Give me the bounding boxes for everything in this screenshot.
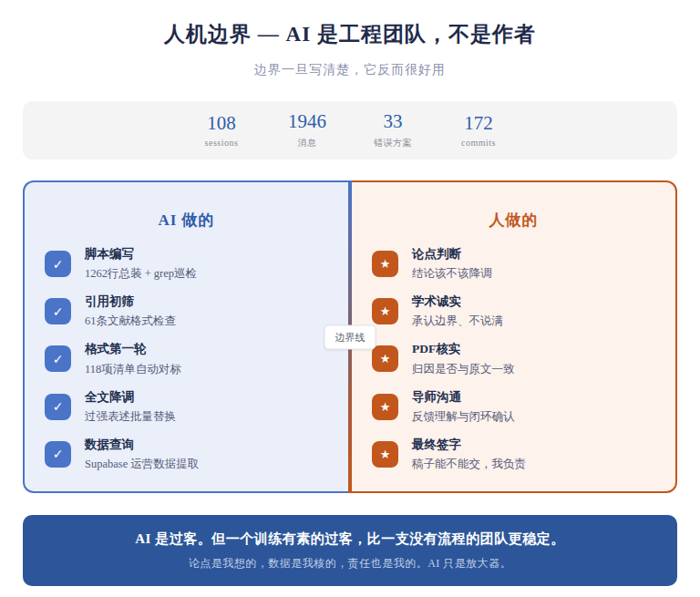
check-icon: ✓ <box>45 441 71 468</box>
item-desc: 反馈理解与闭环确认 <box>412 410 515 424</box>
stat-label: commits <box>455 138 502 148</box>
item-title: 最终签字 <box>412 437 526 452</box>
list-item: ✓ 脚本编写 1262行总装 + grep巡检 <box>45 247 330 281</box>
star-icon: ★ <box>372 298 398 324</box>
star-icon: ★ <box>372 441 398 468</box>
item-title: 全文降调 <box>85 390 176 405</box>
item-desc: 结论该不该降调 <box>412 267 492 281</box>
item-desc: 稿子能不能交，我负责 <box>412 458 526 471</box>
ai-panel: AI 做的 ✓ 脚本编写 1262行总装 + grep巡检 ✓ 引用初筛 61条… <box>23 180 348 493</box>
stat-value: 33 <box>369 111 417 132</box>
stat-label: 消息 <box>283 137 331 149</box>
item-title: 论点判断 <box>412 247 492 262</box>
boundary-label: 边界线 <box>324 324 376 349</box>
stat-sessions: 108 sessions <box>198 113 245 148</box>
item-title: 引用初筛 <box>85 294 176 309</box>
conclusion-sub: 论点是我想的，数据是我核的，责任也是我的。AI 只是放大器。 <box>32 556 668 571</box>
stat-wrong-solutions: 33 错误方案 <box>369 111 417 149</box>
star-icon: ★ <box>372 345 398 372</box>
star-icon: ★ <box>372 251 398 277</box>
list-item: ✓ 格式第一轮 118项清单自动对标 <box>45 342 330 376</box>
stat-value: 172 <box>455 113 502 134</box>
item-title: PDF核实 <box>412 342 515 356</box>
item-desc: 过强表述批量替换 <box>85 410 176 424</box>
stat-messages: 1946 消息 <box>283 111 331 149</box>
item-title: 格式第一轮 <box>85 342 181 356</box>
item-desc: 61条文献格式检查 <box>85 314 176 328</box>
list-item: ★ 论点判断 结论该不该降调 <box>372 247 657 281</box>
ai-panel-heading: AI 做的 <box>43 210 330 231</box>
page: 人机边界 — AI 是工程团队，不是作者 边界一旦写清楚，它反而很好用 108 … <box>0 0 700 597</box>
list-item: ✓ 数据查询 Supabase 运营数据提取 <box>45 437 330 471</box>
stat-commits: 172 commits <box>455 113 502 148</box>
comparison-panels: AI 做的 ✓ 脚本编写 1262行总装 + grep巡检 ✓ 引用初筛 61条… <box>23 180 677 493</box>
check-icon: ✓ <box>45 251 71 277</box>
item-title: 脚本编写 <box>85 247 197 262</box>
item-title: 导师沟通 <box>412 390 515 405</box>
list-item: ★ 学术诚实 承认边界、不说满 <box>372 294 657 328</box>
item-title: 数据查询 <box>85 437 199 452</box>
check-icon: ✓ <box>45 394 71 420</box>
list-item: ★ 最终签字 稿子能不能交，我负责 <box>372 437 657 471</box>
item-desc: 1262行总装 + grep巡检 <box>85 267 197 281</box>
item-desc: 承认边界、不说满 <box>412 314 503 328</box>
item-desc: Supabase 运营数据提取 <box>85 458 199 471</box>
list-item: ✓ 全文降调 过强表述批量替换 <box>45 390 330 424</box>
list-item: ★ PDF核实 归因是否与原文一致 <box>372 342 657 376</box>
stat-value: 1946 <box>283 111 331 132</box>
page-subtitle: 边界一旦写清楚，它反而很好用 <box>23 62 677 78</box>
check-icon: ✓ <box>45 345 71 372</box>
conclusion-main: AI 是过客。但一个训练有素的过客，比一支没有流程的团队更稳定。 <box>32 530 668 548</box>
item-title: 学术诚实 <box>412 294 503 309</box>
page-title: 人机边界 — AI 是工程团队，不是作者 <box>23 20 677 48</box>
conclusion-banner: AI 是过客。但一个训练有素的过客，比一支没有流程的团队更稳定。 论点是我想的，… <box>23 515 677 586</box>
item-desc: 归因是否与原文一致 <box>412 363 515 376</box>
stat-label: sessions <box>198 138 245 148</box>
item-desc: 118项清单自动对标 <box>85 363 181 376</box>
human-panel: 人做的 ★ 论点判断 结论该不该降调 ★ 学术诚实 承认边界、不说满 ★ PDF… <box>352 180 677 493</box>
star-icon: ★ <box>372 394 398 420</box>
human-panel-heading: 人做的 <box>370 210 657 231</box>
check-icon: ✓ <box>45 298 71 324</box>
stat-value: 108 <box>198 113 245 134</box>
stats-bar: 108 sessions 1946 消息 33 错误方案 172 commits <box>23 101 677 160</box>
list-item: ★ 导师沟通 反馈理解与闭环确认 <box>372 390 657 424</box>
stat-label: 错误方案 <box>369 137 417 149</box>
list-item: ✓ 引用初筛 61条文献格式检查 <box>45 294 330 328</box>
